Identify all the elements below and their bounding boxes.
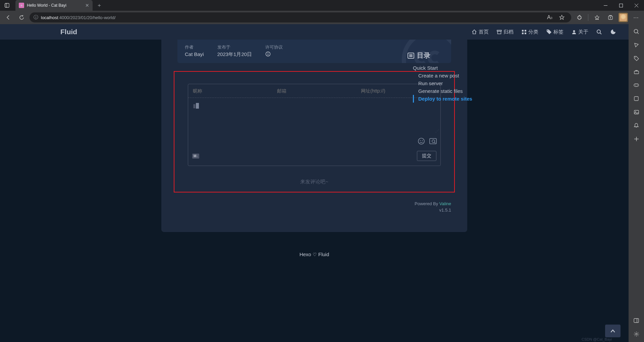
svg-rect-0 [5,3,9,7]
svg-rect-1 [5,3,7,7]
minimize-button[interactable] [598,0,613,11]
favorites-button[interactable] [592,12,602,23]
tab-actions-button[interactable] [0,0,14,11]
close-window-button[interactable] [629,0,644,11]
new-tab-button[interactable]: ＋ [95,1,104,10]
browser-titlebar: ✦ Hello World - Cat Bayi ✕ ＋ [0,0,644,11]
browser-tab[interactable]: ✦ Hello World - Cat Bayi ✕ [15,0,93,11]
info-icon: ⓘ [34,14,38,20]
maximize-button[interactable] [613,0,629,11]
close-icon[interactable]: ✕ [85,3,89,8]
refresh-button[interactable] [16,12,27,23]
profile-avatar[interactable] [619,13,628,22]
back-button[interactable] [3,12,13,23]
collections-button[interactable] [605,12,616,23]
url-host: localhost:4000/2023/01/20/hello-world/ [41,14,116,20]
favicon-icon: ✦ [19,3,24,8]
url-input[interactable]: ⓘ localhost:4000/2023/01/20/hello-world/… [30,12,571,22]
browser-addressbar: ⓘ localhost:4000/2023/01/20/hello-world/… [0,11,644,24]
favorite-button[interactable] [556,12,567,23]
tab-title: Hello World - Cat Bayi [27,3,83,8]
extensions-button[interactable] [574,12,585,23]
svg-rect-3 [619,4,623,7]
read-aloud-button[interactable]: A)) [544,12,555,23]
more-button[interactable]: ⋯ [631,12,641,23]
